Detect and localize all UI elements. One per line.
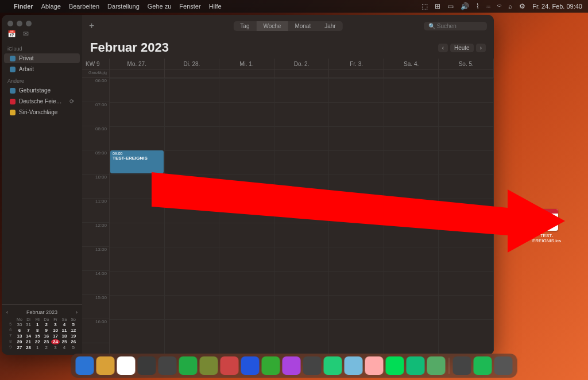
menu-fenster[interactable]: Fenster xyxy=(179,3,200,10)
prev-week-button[interactable]: ‹ xyxy=(438,44,448,52)
allday-row: Ganztägig xyxy=(82,70,494,78)
mini-cal-next[interactable]: › xyxy=(76,309,78,315)
today-button[interactable]: Heute xyxy=(450,44,474,52)
day-column[interactable] xyxy=(329,78,384,355)
calendar-window: 📅 ✉ iCloud Privat Arbeit Andere Geburtst… xyxy=(2,15,494,355)
menu-hilfe[interactable]: Hilfe xyxy=(209,3,222,10)
sidebar-section-andere: Andere xyxy=(2,75,82,85)
search-icon[interactable]: ⌕ xyxy=(508,2,512,10)
sidebar-item-feiertage[interactable]: Deutsche Feie…⟳ xyxy=(4,96,80,106)
dock[interactable] xyxy=(71,354,517,378)
mini-calendar[interactable]: ‹ Februar 2023 › MoDiMiDoFrSaSo530311234… xyxy=(2,304,82,355)
mini-cal-title: Februar 2023 xyxy=(26,309,57,315)
dock-app-icon[interactable] xyxy=(407,356,425,375)
sidebar-item-privat[interactable]: Privat xyxy=(4,53,80,63)
dock-app-icon[interactable] xyxy=(365,356,384,375)
display-icon[interactable]: ▭ xyxy=(447,2,454,10)
dock-app-icon[interactable] xyxy=(474,356,492,375)
desktop-ics-file[interactable]: 27 TEST-EREIGNIS.ics xyxy=(527,209,566,243)
bluetooth-icon[interactable]: ⌇ xyxy=(476,2,479,10)
wifi-icon[interactable]: ⌔ xyxy=(497,2,501,10)
grid-icon[interactable]: ⊞ xyxy=(435,2,440,10)
menu-darstellung[interactable]: Darstellung xyxy=(107,3,140,10)
sidebar: 📅 ✉ iCloud Privat Arbeit Andere Geburtst… xyxy=(2,15,82,355)
dock-app-icon[interactable] xyxy=(427,356,446,375)
allday-label: Ganztägig xyxy=(82,70,110,77)
dock-app-icon[interactable] xyxy=(303,356,322,375)
day-column[interactable] xyxy=(219,78,274,355)
battery-icon[interactable]: ⎓ xyxy=(486,2,490,10)
week-number: KW 9 xyxy=(82,59,110,69)
dock-app-icon[interactable] xyxy=(241,356,260,375)
sidebar-section-icloud: iCloud xyxy=(2,42,82,53)
day-column[interactable] xyxy=(384,78,439,355)
view-monat[interactable]: Monat xyxy=(288,21,318,31)
next-week-button[interactable]: › xyxy=(476,44,486,52)
dock-app-icon[interactable] xyxy=(200,356,218,375)
sidebar-item-arbeit[interactable]: Arbeit xyxy=(4,64,80,74)
day-header[interactable]: Mi. 1. xyxy=(219,59,274,69)
day-header-row: KW 9 Mo. 27. Di. 28. Mi. 1. Do. 2. Fr. 3… xyxy=(82,59,494,70)
calendar-list-icon[interactable]: 📅 xyxy=(7,30,16,38)
dock-app-icon[interactable] xyxy=(494,356,513,375)
menubar-app-name[interactable]: Finder xyxy=(14,3,33,10)
day-header[interactable]: Mo. 27. xyxy=(110,59,165,69)
view-tag[interactable]: Tag xyxy=(233,21,256,31)
sidebar-item-siri[interactable]: Siri-Vorschläge xyxy=(4,107,80,117)
view-woche[interactable]: Woche xyxy=(256,21,288,31)
dock-app-icon[interactable] xyxy=(138,356,156,375)
inbox-icon[interactable]: ✉ xyxy=(23,30,29,38)
day-column[interactable]: 09:00TEST-EREIGNIS xyxy=(110,78,165,355)
time-grid[interactable]: 06:0007:0008:0009:0010:0011:0012:0013:00… xyxy=(82,78,494,355)
dock-app-icon[interactable] xyxy=(158,356,177,375)
sidebar-item-geburtstage[interactable]: Geburtstage xyxy=(4,86,80,95)
search-input[interactable]: 🔍 Suchen xyxy=(424,22,487,30)
window-controls[interactable] xyxy=(2,15,82,30)
day-header[interactable]: Sa. 4. xyxy=(384,59,439,69)
day-header[interactable]: So. 5. xyxy=(439,59,494,69)
volume-icon[interactable]: 🔊 xyxy=(461,2,469,10)
day-column[interactable] xyxy=(274,78,330,355)
menu-bearbeiten[interactable]: Bearbeiten xyxy=(69,3,99,10)
broadcast-icon: ⟳ xyxy=(69,98,74,104)
dropbox-icon[interactable]: ⬚ xyxy=(421,2,428,10)
view-jahr[interactable]: Jahr xyxy=(318,21,342,31)
dock-app-icon[interactable] xyxy=(262,356,280,375)
mini-cal-prev[interactable]: ‹ xyxy=(6,309,8,315)
menubar-clock[interactable]: Fr. 24. Feb. 09:40 xyxy=(532,3,582,10)
dock-app-icon[interactable] xyxy=(96,356,115,375)
calendar-main: + Tag Woche Monat Jahr 🔍 Suchen Februar … xyxy=(82,15,494,355)
dock-app-icon[interactable] xyxy=(324,356,342,375)
toolbar: + Tag Woche Monat Jahr 🔍 Suchen xyxy=(82,15,494,37)
dock-app-icon[interactable] xyxy=(179,356,198,375)
dock-app-icon[interactable] xyxy=(386,356,404,375)
day-header[interactable]: Fr. 3. xyxy=(329,59,384,69)
day-header[interactable]: Di. 28. xyxy=(165,59,220,69)
control-center-icon[interactable]: ⚙ xyxy=(519,2,525,10)
dock-app-icon[interactable] xyxy=(117,356,136,375)
desktop-file-label: TEST-EREIGNIS.ics xyxy=(527,233,566,243)
day-column[interactable] xyxy=(439,78,494,355)
menu-gehe-zu[interactable]: Gehe zu xyxy=(148,3,172,10)
add-event-button[interactable]: + xyxy=(89,21,94,31)
dock-app-icon[interactable] xyxy=(453,356,471,375)
dock-app-icon[interactable] xyxy=(283,356,301,375)
ics-file-icon: 27 xyxy=(535,209,558,231)
dock-app-icon[interactable] xyxy=(345,356,363,375)
calendar-event[interactable]: 09:00TEST-EREIGNIS xyxy=(110,150,164,173)
month-title: Februar 2023 xyxy=(90,40,169,55)
day-column[interactable] xyxy=(165,78,220,355)
menu-ablage[interactable]: Ablage xyxy=(41,3,61,10)
menubar: Finder Ablage Bearbeiten Darstellung Geh… xyxy=(0,0,588,13)
view-segmented-control[interactable]: Tag Woche Monat Jahr xyxy=(233,21,342,31)
day-header[interactable]: Do. 2. xyxy=(274,59,330,69)
dock-app-icon[interactable] xyxy=(76,356,94,375)
dock-app-icon[interactable] xyxy=(220,356,239,375)
